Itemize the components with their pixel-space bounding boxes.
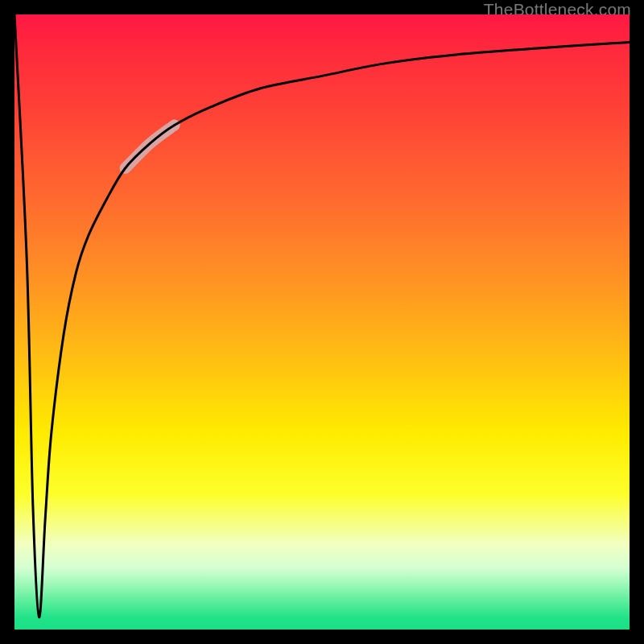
chart-frame: TheBottleneck.com bbox=[0, 0, 644, 644]
plot-area bbox=[14, 14, 630, 630]
bottleneck-curve-highlight bbox=[126, 126, 175, 168]
bottleneck-curve bbox=[14, 14, 630, 617]
curve-svg bbox=[14, 14, 630, 630]
